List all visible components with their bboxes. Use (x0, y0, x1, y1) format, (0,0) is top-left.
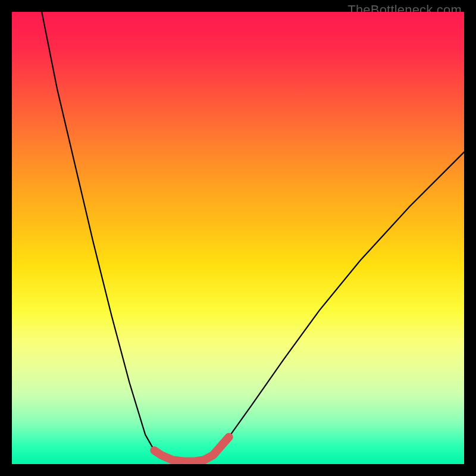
chart-frame: TheBottleneck.com (0, 0, 476, 476)
curve-layer (12, 12, 464, 464)
curve-right-branch (213, 152, 464, 455)
plot-area (12, 12, 464, 464)
curve-left-branch (42, 12, 161, 455)
curve-accent-bottom (154, 437, 228, 461)
